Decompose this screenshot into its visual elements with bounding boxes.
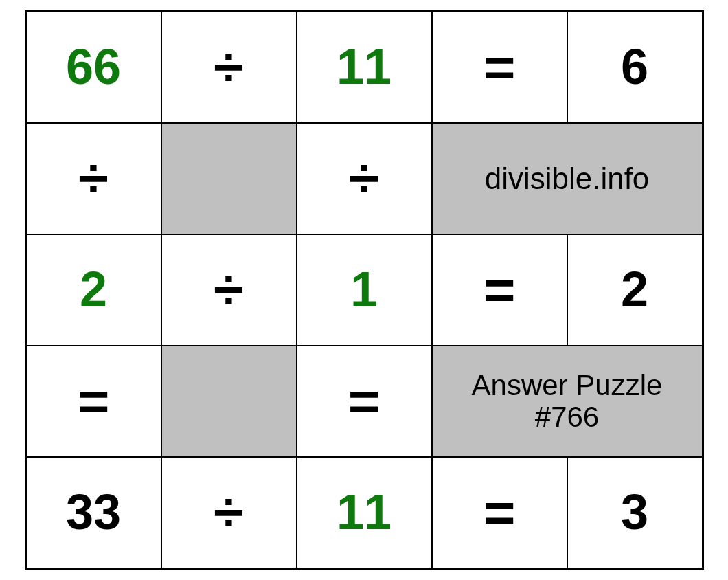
cell-r4c1-divide: ÷ bbox=[162, 458, 296, 568]
cell-r2c1-divide: ÷ bbox=[162, 235, 296, 345]
cell-r2c3-equals: = bbox=[433, 235, 567, 345]
cell-r3c2-equals: = bbox=[297, 346, 431, 456]
cell-r2c2: 1 bbox=[297, 235, 431, 345]
cell-r3c0-equals: = bbox=[27, 346, 161, 456]
cell-r1c0-divide: ÷ bbox=[27, 124, 161, 234]
cell-r3-info-puzzle: Answer Puzzle #766 bbox=[433, 346, 702, 456]
cell-r1-info-site: divisible.info bbox=[433, 124, 702, 234]
cell-r0c1-divide: ÷ bbox=[162, 12, 296, 122]
cell-r1c1-blank bbox=[162, 124, 296, 234]
cell-r4c4: 3 bbox=[568, 458, 702, 568]
cell-r0c3-equals: = bbox=[433, 12, 567, 122]
puzzle-grid: 66 ÷ 11 = 6 ÷ ÷ divisible.info 2 ÷ 1 = 2… bbox=[25, 10, 704, 570]
cell-r0c0: 66 bbox=[27, 12, 161, 122]
cell-r0c2: 11 bbox=[297, 12, 431, 122]
cell-r3c1-blank bbox=[162, 346, 296, 456]
cell-r4c2: 11 bbox=[297, 458, 431, 568]
cell-r1c2-divide: ÷ bbox=[297, 124, 431, 234]
cell-r2c0: 2 bbox=[27, 235, 161, 345]
cell-r4c0: 33 bbox=[27, 458, 161, 568]
cell-r0c4: 6 bbox=[568, 12, 702, 122]
cell-r2c4: 2 bbox=[568, 235, 702, 345]
cell-r4c3-equals: = bbox=[433, 458, 567, 568]
